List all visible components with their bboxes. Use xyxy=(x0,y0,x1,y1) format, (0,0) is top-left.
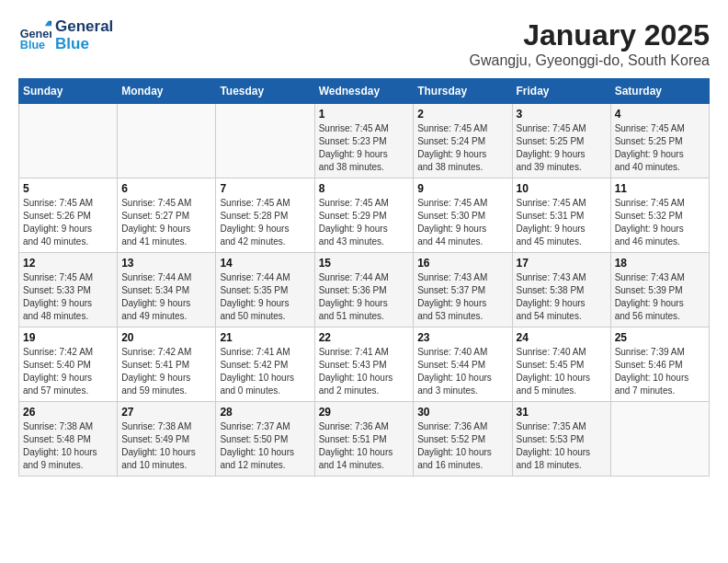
day-content: Sunrise: 7:45 AM Sunset: 5:26 PM Dayligh… xyxy=(23,197,113,248)
day-number: 17 xyxy=(517,257,607,270)
day-number: 11 xyxy=(615,182,705,195)
day-content: Sunrise: 7:41 AM Sunset: 5:43 PM Dayligh… xyxy=(319,346,410,397)
calendar-cell: 29Sunrise: 7:36 AM Sunset: 5:51 PM Dayli… xyxy=(314,402,414,477)
day-number: 6 xyxy=(121,182,211,195)
day-number: 22 xyxy=(319,331,410,344)
calendar-cell: 16Sunrise: 7:43 AM Sunset: 5:37 PM Dayli… xyxy=(414,253,512,327)
day-content: Sunrise: 7:45 AM Sunset: 5:32 PM Dayligh… xyxy=(615,197,705,248)
weekday-header-wednesday: Wednesday xyxy=(314,79,414,104)
logo-icon: General Blue xyxy=(18,19,51,52)
calendar-cell: 5Sunrise: 7:45 AM Sunset: 5:26 PM Daylig… xyxy=(19,178,118,253)
day-number: 31 xyxy=(517,406,607,419)
calendar-cell: 27Sunrise: 7:38 AM Sunset: 5:49 PM Dayli… xyxy=(118,402,216,477)
day-number: 8 xyxy=(319,182,410,195)
day-number: 13 xyxy=(121,257,211,270)
calendar-cell: 21Sunrise: 7:41 AM Sunset: 5:42 PM Dayli… xyxy=(216,327,314,402)
day-content: Sunrise: 7:42 AM Sunset: 5:41 PM Dayligh… xyxy=(121,346,211,397)
day-content: Sunrise: 7:36 AM Sunset: 5:51 PM Dayligh… xyxy=(319,420,410,472)
calendar-cell: 18Sunrise: 7:43 AM Sunset: 5:39 PM Dayli… xyxy=(610,253,709,327)
calendar-cell: 6Sunrise: 7:45 AM Sunset: 5:27 PM Daylig… xyxy=(118,178,216,253)
day-content: Sunrise: 7:44 AM Sunset: 5:36 PM Dayligh… xyxy=(319,271,410,323)
calendar-cell: 2Sunrise: 7:45 AM Sunset: 5:24 PM Daylig… xyxy=(414,104,512,178)
calendar-week-row: 26Sunrise: 7:38 AM Sunset: 5:48 PM Dayli… xyxy=(19,402,710,477)
day-number: 19 xyxy=(23,331,113,344)
calendar-week-row: 5Sunrise: 7:45 AM Sunset: 5:26 PM Daylig… xyxy=(19,178,710,253)
calendar-week-row: 12Sunrise: 7:45 AM Sunset: 5:33 PM Dayli… xyxy=(19,253,710,327)
calendar-cell: 22Sunrise: 7:41 AM Sunset: 5:43 PM Dayli… xyxy=(314,327,414,402)
calendar-week-row: 19Sunrise: 7:42 AM Sunset: 5:40 PM Dayli… xyxy=(19,327,710,402)
day-number: 9 xyxy=(417,182,507,195)
day-content: Sunrise: 7:39 AM Sunset: 5:46 PM Dayligh… xyxy=(615,346,705,397)
calendar-cell: 15Sunrise: 7:44 AM Sunset: 5:36 PM Dayli… xyxy=(314,253,414,327)
day-number: 20 xyxy=(121,331,211,344)
day-number: 24 xyxy=(517,331,607,344)
day-number: 23 xyxy=(417,331,507,344)
day-number: 10 xyxy=(517,182,607,195)
calendar-cell: 25Sunrise: 7:39 AM Sunset: 5:46 PM Dayli… xyxy=(610,327,709,402)
day-content: Sunrise: 7:45 AM Sunset: 5:25 PM Dayligh… xyxy=(517,122,607,174)
day-number: 2 xyxy=(417,108,507,121)
day-number: 7 xyxy=(220,182,310,195)
calendar-week-row: 1Sunrise: 7:45 AM Sunset: 5:23 PM Daylig… xyxy=(19,104,710,178)
day-content: Sunrise: 7:38 AM Sunset: 5:48 PM Dayligh… xyxy=(23,420,113,472)
day-content: Sunrise: 7:38 AM Sunset: 5:49 PM Dayligh… xyxy=(121,420,211,472)
weekday-header-monday: Monday xyxy=(118,79,216,104)
calendar-cell: 20Sunrise: 7:42 AM Sunset: 5:41 PM Dayli… xyxy=(118,327,216,402)
day-content: Sunrise: 7:37 AM Sunset: 5:50 PM Dayligh… xyxy=(220,420,310,472)
day-content: Sunrise: 7:44 AM Sunset: 5:35 PM Dayligh… xyxy=(220,271,310,323)
calendar-cell: 12Sunrise: 7:45 AM Sunset: 5:33 PM Dayli… xyxy=(19,253,118,327)
logo: General Blue General Blue xyxy=(18,18,113,52)
day-number: 29 xyxy=(319,406,410,419)
day-number: 12 xyxy=(23,257,113,270)
weekday-header-row: SundayMondayTuesdayWednesdayThursdayFrid… xyxy=(19,79,710,104)
weekday-header-saturday: Saturday xyxy=(610,79,709,104)
calendar-subtitle: Gwangju, Gyeonggi-do, South Korea xyxy=(470,52,711,69)
day-number: 4 xyxy=(615,108,705,121)
calendar-cell xyxy=(19,104,118,178)
calendar-cell: 8Sunrise: 7:45 AM Sunset: 5:29 PM Daylig… xyxy=(314,178,414,253)
day-number: 15 xyxy=(319,257,410,270)
day-number: 25 xyxy=(615,331,705,344)
day-content: Sunrise: 7:40 AM Sunset: 5:44 PM Dayligh… xyxy=(417,346,507,397)
calendar-cell: 4Sunrise: 7:45 AM Sunset: 5:25 PM Daylig… xyxy=(610,104,709,178)
day-content: Sunrise: 7:45 AM Sunset: 5:33 PM Dayligh… xyxy=(23,271,113,323)
day-number: 5 xyxy=(23,182,113,195)
svg-text:Blue: Blue xyxy=(20,39,45,52)
day-content: Sunrise: 7:45 AM Sunset: 5:27 PM Dayligh… xyxy=(121,197,211,248)
calendar-cell xyxy=(118,104,216,178)
calendar-title-block: January 2025 Gwangju, Gyeonggi-do, South… xyxy=(470,18,711,69)
weekday-header-sunday: Sunday xyxy=(19,79,118,104)
day-number: 30 xyxy=(417,406,507,419)
calendar-cell: 14Sunrise: 7:44 AM Sunset: 5:35 PM Dayli… xyxy=(216,253,314,327)
day-number: 14 xyxy=(220,257,310,270)
calendar-cell: 3Sunrise: 7:45 AM Sunset: 5:25 PM Daylig… xyxy=(512,104,610,178)
calendar-cell: 24Sunrise: 7:40 AM Sunset: 5:45 PM Dayli… xyxy=(512,327,610,402)
day-number: 1 xyxy=(319,108,410,121)
calendar-cell: 19Sunrise: 7:42 AM Sunset: 5:40 PM Dayli… xyxy=(19,327,118,402)
day-content: Sunrise: 7:45 AM Sunset: 5:31 PM Dayligh… xyxy=(517,197,607,248)
day-content: Sunrise: 7:44 AM Sunset: 5:34 PM Dayligh… xyxy=(121,271,211,323)
logo-blue: Blue xyxy=(55,36,113,53)
calendar-title: January 2025 xyxy=(470,18,711,52)
calendar-cell: 26Sunrise: 7:38 AM Sunset: 5:48 PM Dayli… xyxy=(19,402,118,477)
calendar-cell: 30Sunrise: 7:36 AM Sunset: 5:52 PM Dayli… xyxy=(414,402,512,477)
day-content: Sunrise: 7:42 AM Sunset: 5:40 PM Dayligh… xyxy=(23,346,113,397)
day-content: Sunrise: 7:36 AM Sunset: 5:52 PM Dayligh… xyxy=(417,420,507,472)
calendar-cell: 9Sunrise: 7:45 AM Sunset: 5:30 PM Daylig… xyxy=(414,178,512,253)
calendar-cell: 31Sunrise: 7:35 AM Sunset: 5:53 PM Dayli… xyxy=(512,402,610,477)
day-number: 21 xyxy=(220,331,310,344)
day-content: Sunrise: 7:45 AM Sunset: 5:30 PM Dayligh… xyxy=(417,197,507,248)
day-content: Sunrise: 7:43 AM Sunset: 5:37 PM Dayligh… xyxy=(417,271,507,323)
day-content: Sunrise: 7:45 AM Sunset: 5:25 PM Dayligh… xyxy=(615,122,705,174)
day-content: Sunrise: 7:45 AM Sunset: 5:23 PM Dayligh… xyxy=(319,122,410,174)
day-content: Sunrise: 7:40 AM Sunset: 5:45 PM Dayligh… xyxy=(517,346,607,397)
calendar-cell: 23Sunrise: 7:40 AM Sunset: 5:44 PM Dayli… xyxy=(414,327,512,402)
day-number: 3 xyxy=(517,108,607,121)
day-content: Sunrise: 7:45 AM Sunset: 5:28 PM Dayligh… xyxy=(220,197,310,248)
calendar-table: SundayMondayTuesdayWednesdayThursdayFrid… xyxy=(18,78,710,477)
calendar-cell xyxy=(216,104,314,178)
day-content: Sunrise: 7:41 AM Sunset: 5:42 PM Dayligh… xyxy=(220,346,310,397)
day-content: Sunrise: 7:45 AM Sunset: 5:29 PM Dayligh… xyxy=(319,197,410,248)
day-content: Sunrise: 7:43 AM Sunset: 5:39 PM Dayligh… xyxy=(615,271,705,323)
weekday-header-thursday: Thursday xyxy=(414,79,512,104)
